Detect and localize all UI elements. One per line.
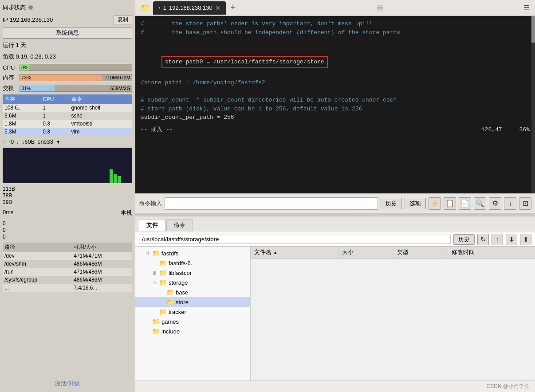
download-file-icon[interactable]: ⬇ xyxy=(506,234,517,245)
file-manager-tabs: 文件 命令 xyxy=(135,216,535,232)
grid-icon[interactable]: ⊞ xyxy=(375,2,385,14)
highlighted-line: store_path0 = /usr/local/fastdfs/storage… xyxy=(161,56,328,68)
net-iface-dropdown[interactable]: ▼ xyxy=(56,139,61,145)
mem-size-label: 710M/972M xyxy=(105,74,130,81)
history-button[interactable]: 历史 xyxy=(381,198,402,209)
terminal-tab[interactable]: ● 1 192.168.238.130 ✕ xyxy=(153,1,226,15)
table-row[interactable]: 1.8M0.3vmtoolsd xyxy=(3,120,132,128)
tree-toggle: □ xyxy=(144,251,150,256)
refresh-icon[interactable]: ↻ xyxy=(477,234,489,245)
tree-panel: □ 📁 fastdfs 📁 fastdfs-6. ⊞ 📁 libfastcor … xyxy=(135,247,251,380)
term-line: subdir_count_per_path = 256 xyxy=(141,113,530,122)
term-line: store_path0 = /usr/local/fastdfs/storage… xyxy=(141,46,530,79)
path-bar: 历史 ↻ ↑ ⬇ ⬆ xyxy=(135,232,535,247)
folder-icon: 📁 xyxy=(159,259,167,267)
folder-icon: 📁 xyxy=(166,298,174,306)
settings-icon[interactable]: ⚙ xyxy=(489,197,501,210)
mem-bar-fill: 73% xyxy=(20,74,102,81)
tab-label: 192.168.238.130 xyxy=(169,4,212,11)
net-up-label: ↑0 xyxy=(8,138,14,145)
disk-header-path: 路径 xyxy=(3,243,72,252)
up-dir-icon[interactable]: ↑ xyxy=(492,234,503,245)
tab-files[interactable]: 文件 xyxy=(139,219,165,231)
tree-item-fastdfs6[interactable]: 📁 fastdfs-6. xyxy=(135,258,250,268)
list-item[interactable]: ...7.4/16.6... xyxy=(3,284,132,292)
menu-icon[interactable]: ☰ xyxy=(522,2,531,14)
file-header-name[interactable]: 文件名 ▲ xyxy=(251,247,338,259)
command-input[interactable] xyxy=(165,197,378,210)
copy-button[interactable]: 复制 xyxy=(114,15,132,24)
activate-link[interactable]: 激活/升级 xyxy=(3,378,132,389)
cmd-label: 命令输入 xyxy=(139,200,162,208)
load-label: 负载 0.19, 0.23, 0.23 xyxy=(3,53,56,60)
path-history-button[interactable]: 历史 xyxy=(453,234,475,245)
copy-terminal-icon[interactable]: 📋 xyxy=(444,197,456,210)
net-bar xyxy=(114,174,117,183)
panel-divider[interactable]: · · · · · · · xyxy=(135,213,535,216)
list-item[interactable]: /dev471M/471M xyxy=(3,252,132,260)
list-item[interactable]: /run471M/486M xyxy=(3,268,132,276)
folder-icon: 📁 xyxy=(159,269,167,276)
net-stat-0: 113B xyxy=(3,186,132,192)
tree-item-games[interactable]: 📁 games xyxy=(135,317,250,326)
download-icon[interactable]: ↓ xyxy=(504,197,516,210)
tab-number: 1 xyxy=(163,4,166,11)
tree-item-tracker[interactable]: 📁 tracker xyxy=(135,307,250,317)
file-header-size[interactable]: 大小 xyxy=(338,247,393,259)
uptime-row: 运行 1 天 xyxy=(3,40,132,50)
path-input[interactable] xyxy=(139,235,451,244)
folder-icon[interactable]: 📁 xyxy=(139,2,151,14)
upload-file-icon[interactable]: ⬆ xyxy=(520,234,531,245)
down-arrow-icon: ↓ xyxy=(16,139,19,145)
file-manager-main: □ 📁 fastdfs 📁 fastdfs-6. ⊞ 📁 libfastcor … xyxy=(135,247,535,380)
tab-close-button[interactable]: ✕ xyxy=(215,4,220,12)
options-button[interactable]: 选项 xyxy=(405,198,426,209)
net-iface-label: ens33 xyxy=(37,138,53,145)
fullscreen-icon[interactable]: ⊡ xyxy=(519,197,531,210)
load-row: 负载 0.19, 0.23, 0.23 xyxy=(3,52,132,62)
cpu-bar-fill: 8% xyxy=(20,64,29,71)
file-header-mtime[interactable]: 修改时间 xyxy=(448,247,535,259)
tab-commands[interactable]: 命令 xyxy=(166,219,193,231)
new-tab-button[interactable]: + xyxy=(228,3,238,13)
folder-icon: 📁 xyxy=(152,318,160,325)
right-panel: 📁 ● 1 192.168.238.130 ✕ + ⊞ ☰ # the stor… xyxy=(135,0,535,392)
network-row: ↑ ↑0 ↓ ↓60B ens33 ▼ xyxy=(3,137,132,146)
tree-item-fastdfs[interactable]: □ 📁 fastdfs xyxy=(135,248,250,258)
latency-row: 0ms 本机 xyxy=(3,208,132,218)
term-line: # subdir_count * subdir_count directorie… xyxy=(141,96,530,105)
lightning-icon[interactable]: ⚡ xyxy=(429,197,441,210)
mem-bar-container: 73% 710M/972M xyxy=(20,74,132,81)
proc-header-mem[interactable]: 内存 xyxy=(3,94,41,104)
term-status-line: -- 插入 -- 126,47 36% xyxy=(141,125,530,134)
table-row[interactable]: 5.3M0.3vim xyxy=(3,128,132,136)
tree-item-base[interactable]: 📁 base xyxy=(135,287,250,297)
latency-val-1: 0 xyxy=(3,227,132,233)
table-row[interactable]: 3.6M1sshd xyxy=(3,112,132,120)
paste-icon[interactable]: 📄 xyxy=(459,197,471,210)
tree-label: libfastcor xyxy=(169,270,192,276)
process-table: 内存 CPU 命令 108.6..1gnome-shell 3.6M1sshd … xyxy=(3,94,132,136)
tree-item-libfastcor[interactable]: ⊞ 📁 libfastcor xyxy=(135,268,250,278)
sync-row: 同步状态 xyxy=(3,3,132,12)
proc-header-cmd[interactable]: 命令 xyxy=(70,94,133,104)
tree-item-store[interactable]: 📁 store xyxy=(135,297,250,307)
tree-item-storage[interactable]: □ 📁 storage xyxy=(135,278,250,287)
terminal-area[interactable]: # the store paths' order is very importa… xyxy=(135,16,535,193)
tree-item-include[interactable]: 📁 include xyxy=(135,326,250,336)
term-line xyxy=(141,37,530,46)
terminal-scrollbar[interactable] xyxy=(531,16,535,193)
proc-header-cpu[interactable]: CPU xyxy=(41,94,69,104)
sys-info-button[interactable]: 系统信息 xyxy=(3,27,132,39)
ip-row: IP 192.168.238.130 复制 xyxy=(3,14,132,25)
table-row[interactable]: 108.6..1gnome-shell xyxy=(3,104,132,112)
terminal-scrollthumb[interactable] xyxy=(531,16,535,43)
tree-label: tracker xyxy=(169,309,186,315)
search-icon[interactable]: 🔍 xyxy=(474,197,486,210)
list-item[interactable]: /dev/shm486M/486M xyxy=(3,260,132,268)
file-header-type[interactable]: 类型 xyxy=(393,247,448,259)
sync-label: 同步状态 xyxy=(3,4,26,12)
tree-toggle: □ xyxy=(151,280,157,285)
net-bar xyxy=(118,176,121,183)
list-item[interactable]: /sys/fs/cgroup486M/486M xyxy=(3,276,132,284)
